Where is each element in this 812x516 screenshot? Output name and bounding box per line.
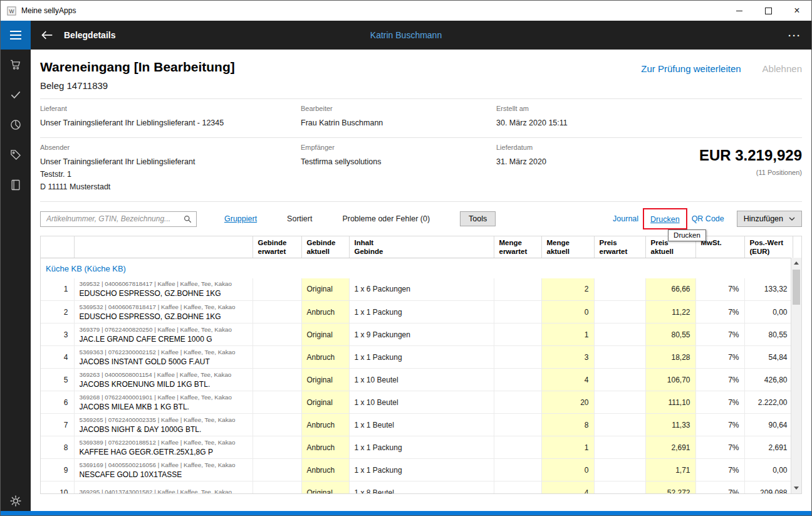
gebinde-aktuell-cell[interactable]: Original — [301, 482, 349, 495]
article-cell: 5369363 | 07622300002152 | Kaffee | Kaff… — [74, 346, 252, 369]
menge-aktuell-cell[interactable]: 20 — [541, 391, 594, 414]
gebinde-aktuell-cell[interactable]: Anbruch — [301, 459, 349, 482]
current-user[interactable]: Katrin Buschmann — [370, 30, 442, 40]
minimize-button[interactable] — [725, 1, 754, 21]
lieferant-value: Unser Trainingslieferant Ihr Lieblingsli… — [40, 117, 301, 129]
table-body: Küche KB (Küche KB) 1 369532 | 040060678… — [41, 258, 793, 495]
menge-aktuell-cell[interactable]: 1 — [541, 436, 594, 459]
table-row[interactable]: 8 5369389 | 07622200188512 | Kaffee | Ka… — [41, 436, 793, 459]
gruppiert-toggle[interactable]: Gruppiert — [224, 214, 257, 223]
reject-button[interactable]: Ablehnen — [763, 63, 802, 74]
scrollbar-thumb[interactable] — [793, 270, 800, 305]
preis-aktuell-cell[interactable]: 1,71 — [645, 459, 695, 482]
preis-erwartet-cell — [594, 459, 645, 482]
total-amount: EUR 3.219,929 — [699, 147, 802, 164]
menge-aktuell-cell[interactable]: 1 — [541, 324, 594, 346]
table-row[interactable]: 7 5369265 | 07622400002335 | Kaffee | Ka… — [41, 414, 793, 436]
table-row[interactable]: 4 5369363 | 07622300002152 | Kaffee | Ka… — [41, 346, 793, 369]
hinzufuegen-button[interactable]: Hinzufügen — [737, 211, 802, 227]
sidebar-item-prices[interactable] — [1, 140, 31, 170]
table-row[interactable]: 3 369379 | 07622400820250 | Kaffee | Kaf… — [41, 324, 793, 346]
article-meta: 5369363 | 07622300002152 | Kaffee | Kaff… — [80, 349, 247, 355]
table-row[interactable]: 10 369295 | 04013743001582 | Kaffee | Ka… — [41, 482, 793, 495]
app-header: Belegdetails Katrin Buschmann ··· — [1, 21, 811, 50]
menge-aktuell-cell[interactable]: 0 — [541, 301, 594, 324]
menge-aktuell-cell[interactable]: 8 — [541, 414, 594, 436]
menge-erwartet-cell — [494, 369, 541, 391]
gebinde-aktuell-cell[interactable]: Original — [301, 278, 349, 301]
inhalt-gebinde-cell: 1 x 10 Beutel — [349, 391, 494, 414]
preis-aktuell-cell[interactable]: 11,22 — [645, 301, 695, 324]
search-box[interactable] — [40, 211, 197, 227]
article-cell: 5369389 | 07622200188512 | Kaffee | Kaff… — [74, 436, 252, 459]
close-button[interactable]: × — [783, 1, 811, 21]
preis-aktuell-cell[interactable]: 106,70 — [645, 369, 695, 391]
gebinde-aktuell-cell[interactable]: Anbruch — [301, 301, 349, 324]
gebinde-aktuell-cell[interactable]: Original — [301, 391, 349, 414]
sidebar-item-documents[interactable] — [1, 170, 31, 200]
sidebar-item-tasks[interactable] — [1, 80, 31, 110]
table-row[interactable]: 2 5369532 | 04006067818417 | Kaffee | Ka… — [41, 301, 793, 324]
menge-aktuell-cell[interactable]: 4 — [541, 369, 594, 391]
gebinde-erwartet-cell — [252, 414, 301, 436]
hamburger-menu-button[interactable] — [1, 21, 31, 50]
gebinde-aktuell-cell[interactable]: Anbruch — [301, 346, 349, 369]
vertical-scrollbar[interactable] — [791, 258, 801, 493]
book-icon — [9, 179, 22, 191]
article-meta: 5369265 | 07622400002335 | Kaffee | Kaff… — [80, 416, 247, 423]
qr-code-link[interactable]: QR Code — [692, 214, 724, 223]
inhalt-gebinde-cell: 1 x 1 Packung — [349, 436, 494, 459]
table-row[interactable]: 1 369532 | 04006067818417 | Kaffee | Kaf… — [41, 278, 793, 301]
gebinde-aktuell-cell[interactable]: Anbruch — [301, 436, 349, 459]
preis-aktuell-cell[interactable]: 80,55 — [645, 324, 695, 346]
scroll-down-button[interactable] — [791, 483, 801, 493]
menge-aktuell-cell[interactable]: 0 — [541, 459, 594, 482]
article-name: JACOBS MILEA MKB 1 KG BTL. — [80, 403, 247, 411]
group-header-row[interactable]: Küche KB (Küche KB) — [41, 258, 793, 278]
preis-aktuell-cell[interactable]: 18,28 — [645, 346, 695, 369]
article-cell: 5369169 | 04005500216056 | Kaffee | Kaff… — [74, 459, 252, 482]
table-row[interactable]: 5 369263 | 04000508001154 | Kaffee | Kaf… — [41, 369, 793, 391]
drucken-link[interactable]: Drucken — [650, 215, 680, 224]
probleme-filter[interactable]: Probleme oder Fehler (0) — [342, 214, 430, 223]
menge-aktuell-cell[interactable]: 4 — [541, 482, 594, 495]
row-number: 7 — [41, 414, 74, 436]
preis-aktuell-cell[interactable]: 66,66 — [645, 278, 695, 301]
gebinde-aktuell-cell[interactable]: Original — [301, 369, 349, 391]
tools-button[interactable]: Tools — [460, 211, 496, 226]
menge-erwartet-cell — [494, 436, 541, 459]
search-input[interactable] — [45, 214, 184, 224]
toolbar: Gruppiert Sortiert Probleme oder Fehler … — [40, 201, 802, 235]
preis-aktuell-cell[interactable]: 111,10 — [645, 391, 695, 414]
cart-icon — [9, 58, 22, 71]
table-row[interactable]: 9 5369169 | 04005500216056 | Kaffee | Ka… — [41, 459, 793, 482]
forward-for-review-button[interactable]: Zur Prüfung weiterleiten — [641, 63, 741, 74]
table-row[interactable]: 6 369268 | 07622400001901 | Kaffee | Kaf… — [41, 391, 793, 414]
back-button[interactable] — [39, 27, 55, 43]
scroll-up-button[interactable] — [791, 258, 801, 268]
gebinde-aktuell-cell[interactable]: Anbruch — [301, 414, 349, 436]
article-cell: 369379 | 07622400820250 | Kaffee | Kaffe… — [74, 324, 252, 346]
sidebar-item-settings[interactable] — [1, 495, 31, 507]
search-icon — [184, 215, 192, 223]
gebinde-erwartet-cell — [252, 482, 301, 495]
sidebar-item-cart[interactable] — [1, 50, 31, 80]
sortiert-toggle[interactable]: Sortiert — [287, 214, 312, 223]
menge-aktuell-cell[interactable]: 2 — [541, 278, 594, 301]
preis-aktuell-cell[interactable]: 2,691 — [645, 436, 695, 459]
preis-aktuell-cell[interactable]: 11,33 — [645, 414, 695, 436]
sidebar-item-statistics[interactable] — [1, 110, 31, 140]
gear-icon — [9, 495, 22, 507]
journal-link[interactable]: Journal — [613, 214, 638, 223]
menge-aktuell-cell[interactable]: 3 — [541, 346, 594, 369]
pos-wert-cell: 0,00 — [744, 301, 793, 324]
sidebar — [1, 50, 31, 511]
row-number: 10 — [41, 482, 74, 495]
more-options-icon[interactable]: ··· — [788, 30, 801, 41]
maximize-button[interactable] — [754, 1, 783, 21]
gebinde-aktuell-cell[interactable]: Original — [301, 324, 349, 346]
gebinde-erwartet-cell — [252, 369, 301, 391]
article-meta: 369295 | 04013743001582 | Kaffee | Kaffe… — [80, 488, 247, 495]
bearbeiter-value: Frau Katrin Buschmann — [301, 117, 496, 129]
preis-aktuell-cell[interactable]: 52,272 — [645, 482, 695, 495]
